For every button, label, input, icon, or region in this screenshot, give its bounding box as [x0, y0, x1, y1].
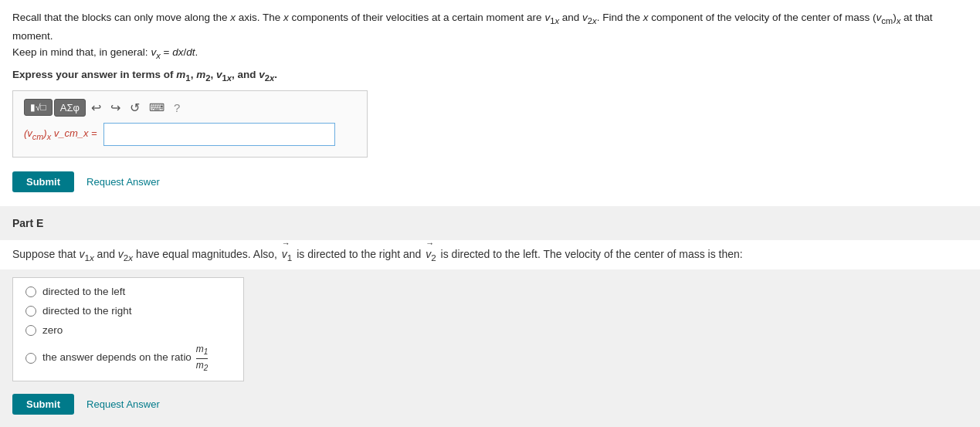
- request-answer-link[interactable]: Request Answer: [86, 176, 160, 188]
- answer-label: (vcm)x v_cm_x =: [24, 127, 97, 141]
- refresh-icon: ↺: [130, 101, 140, 114]
- submit-label: Submit: [26, 176, 60, 188]
- choice-ratio-radio[interactable]: [25, 353, 36, 364]
- choice-directed-right: directed to the right: [25, 305, 231, 317]
- request-answer-label: Request Answer: [86, 176, 160, 188]
- formula-button[interactable]: ▮√□: [24, 99, 53, 116]
- part-e-submit-label: Submit: [26, 398, 60, 410]
- part-e-question: Suppose that v1x and v2x have equal magn…: [0, 240, 980, 270]
- choice-zero: zero: [25, 324, 231, 336]
- part-d-button-row: Submit Request Answer: [12, 171, 968, 192]
- help-icon: ?: [174, 101, 180, 114]
- choice-directed-right-radio[interactable]: [25, 306, 36, 317]
- keyboard-icon: ⌨: [149, 101, 164, 114]
- choice-directed-right-label: directed to the right: [42, 305, 132, 317]
- choice-zero-label: zero: [42, 324, 63, 336]
- problem-statement: Recall that the blocks can only move alo…: [12, 9, 968, 63]
- choice-ratio-label: the answer depends on the ratio m1 m2: [42, 344, 208, 373]
- answer-box: ▮√□ AΣφ ↩ ↪ ↺ ⌨ ? (vcm)x v_cm_: [12, 90, 368, 158]
- choice-directed-left-radio[interactable]: [25, 286, 36, 297]
- part-e-button-row: Submit Request Answer: [12, 394, 968, 415]
- math-toolbar: ▮√□ AΣφ ↩ ↪ ↺ ⌨ ?: [24, 99, 356, 117]
- answer-row: (vcm)x v_cm_x =: [24, 123, 356, 146]
- answer-input[interactable]: [103, 123, 335, 146]
- undo-button[interactable]: ↩: [87, 99, 105, 117]
- keyboard-button[interactable]: ⌨: [145, 100, 168, 115]
- choice-ratio: the answer depends on the ratio m1 m2: [25, 344, 231, 373]
- ratio-fraction: m1 m2: [196, 344, 209, 373]
- redo-icon: ↪: [110, 101, 120, 114]
- choice-zero-radio[interactable]: [25, 325, 36, 336]
- symbols-label: AΣφ: [60, 102, 80, 114]
- choices-box: directed to the left directed to the rig…: [12, 277, 244, 381]
- part-e-submit-button[interactable]: Submit: [12, 394, 74, 415]
- choice-directed-left-label: directed to the left: [42, 286, 125, 297]
- part-e-section: Part E Suppose that v1x and v2x have equ…: [0, 206, 980, 427]
- symbols-button[interactable]: AΣφ: [54, 99, 86, 117]
- part-e-request-answer-label: Request Answer: [86, 398, 160, 410]
- choice-directed-left: directed to the left: [25, 286, 231, 297]
- refresh-button[interactable]: ↺: [126, 99, 144, 117]
- submit-button[interactable]: Submit: [12, 171, 74, 192]
- formula-icon: ▮√□: [30, 102, 46, 113]
- help-button[interactable]: ?: [170, 100, 184, 116]
- redo-button[interactable]: ↪: [107, 99, 124, 117]
- express-instruction: Express your answer in terms of m1, m2, …: [12, 69, 968, 83]
- undo-icon: ↩: [91, 101, 101, 114]
- part-e-request-answer-link[interactable]: Request Answer: [86, 398, 160, 410]
- part-e-title: Part E: [12, 217, 968, 229]
